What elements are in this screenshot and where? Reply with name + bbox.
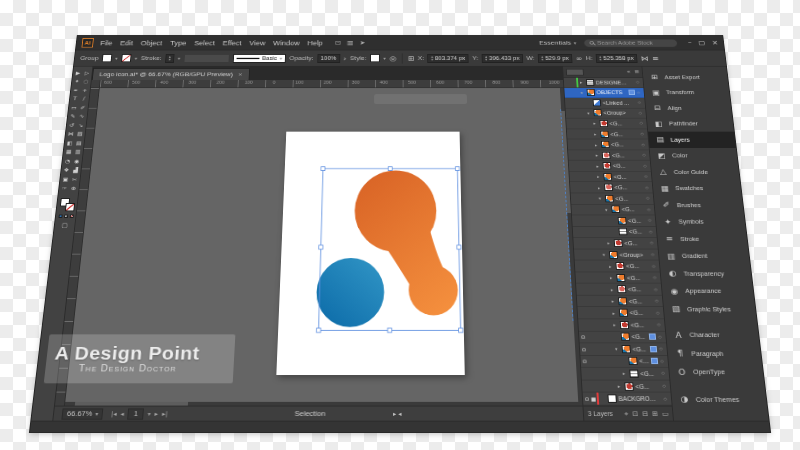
expand-icon[interactable]: ▾ [580,90,585,95]
target-circle-icon[interactable] [656,334,664,339]
mesh-tool[interactable]: ▦ [66,150,72,155]
horizontal-ruler[interactable]: 6005004003002001000100200300400500600700… [100,80,564,87]
dock-item-transparency[interactable]: ◐ Transparency [660,265,752,283]
menu-item[interactable]: Help [307,39,323,46]
visibility-toggle[interactable] [579,334,587,340]
artboard[interactable] [276,132,464,375]
zoom-level-select[interactable]: 66.67% ▾ [61,408,103,419]
stepper-icon[interactable]: ▴▾ [168,56,170,61]
x-field[interactable]: ▴▾803.374 px [428,54,469,63]
dock-item-symbols[interactable]: ✦ Symbols [655,213,745,230]
app-logo-icon[interactable]: Ai [81,38,93,47]
expand-icon[interactable]: ▾ [587,111,592,116]
expand-icon[interactable]: ▸ [596,163,601,168]
layer-row[interactable]: ▸ <G... [582,380,671,393]
menu-item[interactable]: Type [170,39,187,46]
dock-item-layers[interactable]: ▤ Layers [648,132,736,148]
direct-selection-tool[interactable]: ▷ [84,71,89,76]
expand-icon[interactable]: ▸ [607,241,612,246]
layer-thumbnail[interactable] [614,239,623,247]
layer-thumbnail[interactable] [618,228,627,235]
target-circle-icon[interactable] [637,121,645,126]
menu-item[interactable]: Object [141,39,163,46]
recolor-artwork-icon[interactable]: ◎ [389,54,396,61]
first-artboard-icon[interactable]: |◂ [111,410,117,418]
dock-item-transform[interactable]: ▣ Transform [644,85,730,100]
target-circle-icon[interactable] [658,359,666,364]
stepper-icon[interactable]: ▴▾ [541,56,543,61]
target-circle-icon[interactable] [638,132,646,137]
layer-row[interactable]: <Linked ... [565,98,645,108]
width-tool[interactable]: ⋈ [68,132,74,137]
target-circle-icon[interactable] [661,396,669,402]
layer-thumbnail[interactable] [616,274,625,282]
hand-tool[interactable]: ☞ [61,186,67,191]
menu-item[interactable]: Edit [120,39,134,46]
eyedropper-tool[interactable]: ◔ [65,159,71,164]
lasso-tool[interactable]: ◌ [83,79,89,84]
layer-row[interactable]: ▸ <G... [568,150,650,161]
chevron-down-icon[interactable]: ▾ [383,56,386,61]
logo-artwork[interactable] [276,132,464,375]
expand-icon[interactable]: ▸ [611,298,616,303]
dock-item-graphic-styles[interactable]: ▧ Graphic Styles [663,300,756,318]
layer-thumbnail[interactable] [605,195,614,202]
horizontal-scrollbar[interactable] [65,402,579,406]
arrange-documents-icon[interactable]: ▥ [347,40,354,47]
layer-thumbnail[interactable] [587,89,595,96]
search-input[interactable]: Search Adobe Stock [583,38,678,47]
last-artboard-icon[interactable]: ▸| [162,410,168,418]
stroke-none-swatch[interactable] [64,203,74,211]
layer-thumbnail[interactable] [599,120,608,127]
gradient-button[interactable] [64,215,68,218]
constrain-proportions-icon[interactable]: ∞ [576,54,583,61]
layer-thumbnail[interactable] [628,357,637,365]
slice-tool[interactable]: ✂ [72,177,78,182]
expand-icon[interactable]: ▸ [618,383,623,389]
h-field[interactable]: ▴▾525.358 px [596,54,638,63]
target-circle-icon[interactable] [634,80,641,84]
layer-thumbnail[interactable] [607,394,616,402]
target-circle-icon[interactable] [641,163,649,168]
layer-thumbnail[interactable] [603,162,612,169]
target-circle-icon[interactable] [643,185,651,190]
target-circle-icon[interactable] [659,371,667,376]
chevron-down-icon[interactable]: ▾ [148,410,152,417]
new-layer-icon[interactable]: ⊞ [652,410,658,418]
expand-icon[interactable]: ▸ [610,275,615,280]
more-options-icon[interactable]: ≡ [652,54,659,61]
menu-item[interactable]: File [100,39,113,46]
minimize-button[interactable]: – [688,40,692,47]
layer-thumbnail[interactable] [624,382,633,390]
pencil-tool[interactable]: ✎ [70,114,75,119]
shaper-tool[interactable]: ∿ [79,114,84,119]
document-tab[interactable]: Logo icon.ai* @ 66.67% (RGB/GPU Preview)… [92,68,250,80]
layer-row[interactable]: ▸ <G... [567,140,648,151]
layer-thumbnail[interactable] [629,370,638,378]
zoom-tool[interactable]: ⊕ [71,186,77,191]
layer-thumbnail[interactable] [611,206,620,213]
layer-row[interactable]: ▸ <G... [569,172,651,183]
expand-icon[interactable]: ▸ [595,142,600,147]
layer-row[interactable]: ▸ <G... [573,238,657,249]
stroke-color-swatch[interactable] [121,54,131,62]
stepper-icon[interactable]: ▴▾ [485,56,487,61]
artboard-number-select[interactable]: 1 [127,408,144,419]
selection-tool[interactable]: ▶ [76,71,81,76]
layer-thumbnail[interactable] [600,130,609,137]
dock-item-pathfinder[interactable]: ◧ Pathfinder [647,116,734,132]
layer-row[interactable]: ▸ <G... [569,161,651,172]
type-tool[interactable]: T [73,96,77,101]
layer-thumbnail[interactable] [609,251,618,259]
fill-color-swatch[interactable] [102,54,113,62]
perspective-grid-tool[interactable]: ▤ [76,141,82,146]
target-circle-icon[interactable] [640,153,648,158]
target-circle-icon[interactable] [649,252,657,257]
new-sublayer-icon[interactable]: ⊟ [642,410,648,418]
menu-item[interactable]: Select [194,39,215,46]
expand-icon[interactable]: ▸ [594,132,599,137]
expand-icon[interactable]: ▸ [593,121,598,126]
tab-close-icon[interactable]: × [238,71,243,78]
layer-thumbnail[interactable] [619,309,628,317]
layer-thumbnail[interactable] [621,333,630,341]
